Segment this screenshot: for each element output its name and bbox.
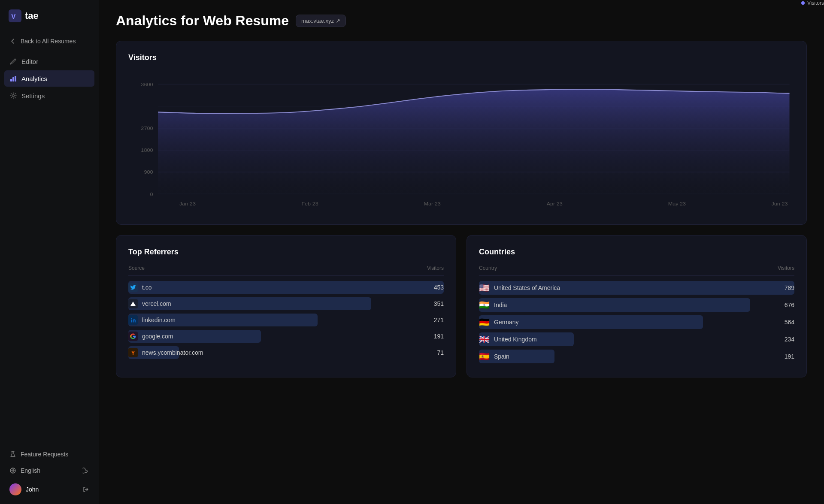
- referrers-visitors-col-header: Visitors: [427, 265, 444, 271]
- referrer-visitors-vercel: 351: [434, 300, 444, 307]
- feature-requests-button[interactable]: Feature Requests: [4, 447, 94, 462]
- svg-text:Apr 23: Apr 23: [547, 201, 563, 206]
- country-name-india: India: [494, 302, 507, 308]
- visitors-chart-title: Visitors: [128, 53, 157, 62]
- svg-text:Jun 23: Jun 23: [772, 201, 788, 206]
- svg-text:3600: 3600: [141, 81, 153, 87]
- svg-rect-4: [15, 76, 16, 81]
- back-arrow-icon: [9, 38, 16, 45]
- svg-point-24: [131, 318, 132, 319]
- sidebar: V tae Back to All Resumes Editor Analyti…: [0, 0, 99, 504]
- logo[interactable]: V tae: [0, 0, 99, 31]
- top-referrers-title: Top Referrers: [128, 247, 444, 257]
- svg-text:2700: 2700: [141, 125, 153, 131]
- country-row-germany: 🇩🇪 Germany 564: [479, 314, 794, 331]
- bottom-row: Top Referrers Source Visitors t.co 453: [116, 235, 807, 388]
- page-header: Analytics for Web Resume max.vtae.xyz ↗: [116, 13, 807, 29]
- referrer-name-linkedin: linkedin.com: [142, 317, 176, 323]
- logo-text: tae: [25, 10, 39, 21]
- svg-text:May 23: May 23: [668, 201, 686, 206]
- main-content: Analytics for Web Resume max.vtae.xyz ↗ …: [99, 0, 824, 504]
- svg-text:Feb 23: Feb 23: [301, 201, 318, 206]
- countries-visitors-col-header: Visitors: [778, 265, 794, 271]
- language-selector[interactable]: English: [9, 467, 40, 474]
- country-row-uk: 🇬🇧 United Kingdom 234: [479, 331, 794, 348]
- referrer-row-hn: Y news.ycombinator.com 71: [128, 344, 444, 361]
- referrer-name-hn: news.ycombinator.com: [142, 349, 203, 356]
- vercel-icon: [128, 299, 138, 308]
- top-referrers-card: Top Referrers Source Visitors t.co 453: [116, 235, 456, 377]
- country-col-header: Country: [479, 265, 497, 271]
- referrer-row-linkedin: linkedin.com 271: [128, 312, 444, 328]
- sidebar-item-editor[interactable]: Editor: [4, 53, 94, 69]
- globe-icon: [9, 467, 16, 474]
- visitors-chart-svg: 3600 2700 1800 900 0 Jan 23 Feb 23 Mar 2…: [128, 75, 794, 212]
- svg-rect-2: [10, 79, 12, 81]
- referrer-visitors-tco: 453: [434, 284, 444, 291]
- legend-dot: [801, 1, 805, 5]
- referrer-visitors-linkedin: 271: [434, 317, 444, 323]
- yc-icon: Y: [128, 348, 138, 357]
- referrer-row-google: google.com 191: [128, 328, 444, 344]
- referrer-row-tco: t.co 453: [128, 279, 444, 296]
- twitter-icon: [128, 283, 138, 292]
- country-visitors-india: 676: [785, 302, 794, 308]
- referrer-visitors-hn: 71: [437, 349, 444, 356]
- svg-text:Mar 23: Mar 23: [424, 201, 441, 206]
- gear-icon: [9, 92, 17, 100]
- country-name-uk: United Kingdom: [494, 336, 537, 343]
- sidebar-item-settings[interactable]: Settings: [4, 88, 94, 104]
- country-row-usa: 🇺🇸 United States of America 789: [479, 279, 794, 296]
- source-col-header: Source: [128, 265, 145, 271]
- edit-icon: [9, 57, 17, 65]
- country-row-spain: 🇪🇸 Spain 191: [479, 348, 794, 365]
- visitors-chart-card: Visitors Visitors 3600 2700 1800 900 0: [116, 41, 807, 225]
- language-row: English: [4, 463, 94, 478]
- flask-icon: [9, 451, 16, 458]
- referrer-name-tco: t.co: [142, 284, 152, 291]
- svg-text:0: 0: [150, 191, 153, 197]
- svg-text:1800: 1800: [141, 148, 153, 153]
- svg-text:900: 900: [144, 169, 153, 175]
- svg-text:Jan 23: Jan 23: [179, 201, 196, 206]
- referrers-table-header: Source Visitors: [128, 265, 444, 276]
- user-name: John: [26, 486, 78, 493]
- svg-point-5: [12, 95, 15, 97]
- chart-legend: Visitors: [801, 0, 824, 6]
- flag-spain: 🇪🇸: [479, 351, 490, 362]
- countries-title: Countries: [479, 247, 794, 257]
- country-visitors-germany: 564: [785, 319, 794, 326]
- sidebar-nav: Back to All Resumes Editor Analytics Set…: [0, 31, 99, 442]
- page-title: Analytics for Web Resume: [116, 13, 289, 29]
- back-to-resumes-button[interactable]: Back to All Resumes: [4, 31, 94, 51]
- sidebar-item-analytics[interactable]: Analytics: [4, 70, 94, 87]
- countries-card: Countries Country Visitors 🇺🇸 United Sta…: [467, 235, 807, 377]
- visitors-chart-area: 3600 2700 1800 900 0 Jan 23 Feb 23 Mar 2…: [128, 75, 794, 212]
- country-name-germany: Germany: [494, 319, 519, 326]
- sidebar-bottom: Feature Requests English John: [0, 442, 99, 504]
- moon-icon[interactable]: [82, 467, 89, 474]
- country-name-spain: Spain: [494, 353, 509, 360]
- country-visitors-usa: 789: [785, 284, 794, 291]
- linkedin-icon: [128, 315, 138, 325]
- referrer-name-google: google.com: [142, 333, 173, 340]
- flag-uk: 🇬🇧: [479, 334, 490, 344]
- referrer-name-vercel: vercel.com: [142, 300, 171, 307]
- bar-chart-icon: [9, 75, 17, 82]
- avatar: [9, 483, 21, 495]
- country-visitors-spain: 191: [785, 353, 794, 360]
- flag-india: 🇮🇳: [479, 300, 490, 310]
- logout-icon[interactable]: [82, 486, 89, 493]
- logo-icon: V: [9, 9, 21, 22]
- referrer-visitors-google: 191: [434, 333, 444, 340]
- svg-text:V: V: [11, 13, 16, 20]
- user-menu[interactable]: John: [4, 479, 94, 500]
- country-row-india: 🇮🇳 India 676: [479, 296, 794, 314]
- google-icon: [128, 332, 138, 341]
- countries-table-header: Country Visitors: [479, 265, 794, 276]
- country-visitors-uk: 234: [785, 336, 794, 343]
- country-name-usa: United States of America: [494, 284, 560, 291]
- url-badge[interactable]: max.vtae.xyz ↗: [296, 15, 345, 27]
- flag-germany: 🇩🇪: [479, 317, 490, 327]
- flag-usa: 🇺🇸: [479, 283, 490, 293]
